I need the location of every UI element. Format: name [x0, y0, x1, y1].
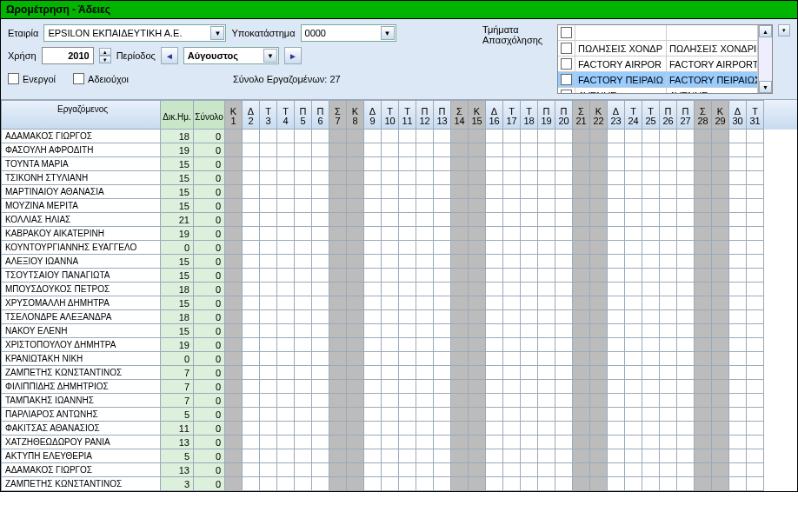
cell-day[interactable]: [434, 255, 451, 269]
cell-day[interactable]: [382, 352, 399, 366]
cell-employee[interactable]: ΑΚΤΥΠΗ ΕΛΕΥΘΕΡΙΑ: [1, 449, 161, 463]
cell-employee[interactable]: ΜΑΡΤΙΝΑΙΟΥ ΑΘΑΝΑΣΙΑ: [1, 185, 161, 199]
col-day-25[interactable]: Τ25: [642, 100, 660, 130]
cell-day[interactable]: [642, 324, 660, 338]
cell-day[interactable]: [312, 171, 329, 185]
cell-day[interactable]: [469, 255, 486, 269]
cell-day[interactable]: [660, 366, 677, 380]
cell-day[interactable]: [312, 283, 329, 296]
cell-day[interactable]: [695, 269, 712, 283]
cell-day[interactable]: [434, 296, 451, 310]
cell-day[interactable]: [503, 199, 521, 213]
cell-day[interactable]: [243, 157, 260, 171]
cell-day[interactable]: [538, 199, 555, 213]
cell-day[interactable]: [486, 130, 503, 143]
cell-day[interactable]: [747, 463, 764, 477]
cell-day[interactable]: [642, 394, 660, 408]
cell-day[interactable]: [486, 366, 503, 380]
cell-day[interactable]: [416, 199, 434, 213]
cell-day[interactable]: [677, 380, 695, 394]
cell-employee[interactable]: ΑΔΑΜΑΚΟΣ ΓΙΩΡΓΟΣ: [1, 130, 161, 143]
cell-day[interactable]: [486, 199, 503, 213]
cell-day[interactable]: [277, 269, 295, 283]
cell-day[interactable]: [277, 408, 295, 422]
cell-day[interactable]: [642, 199, 660, 213]
cell-day[interactable]: [469, 199, 486, 213]
cell-day[interactable]: [486, 157, 503, 171]
cell-day[interactable]: [329, 463, 347, 477]
cell-day[interactable]: [660, 143, 677, 157]
cell-day[interactable]: [729, 143, 747, 157]
cell-day[interactable]: [469, 171, 486, 185]
col-day-14[interactable]: Σ14: [451, 100, 469, 130]
cell-syn[interactable]: 0: [194, 436, 225, 449]
cell-day[interactable]: [416, 255, 434, 269]
cell-day[interactable]: [434, 213, 451, 227]
cell-day[interactable]: [364, 227, 382, 241]
spin-down-icon[interactable]: ▼: [99, 56, 111, 63]
cell-day[interactable]: [451, 463, 469, 477]
branch-select[interactable]: 0000 ▼: [301, 24, 396, 42]
cell-day[interactable]: [677, 199, 695, 213]
cell-day[interactable]: [243, 185, 260, 199]
cell-day[interactable]: [642, 338, 660, 352]
cell-day[interactable]: [538, 185, 555, 199]
cell-day[interactable]: [399, 380, 416, 394]
cell-day[interactable]: [695, 352, 712, 366]
cell-day[interactable]: [347, 241, 364, 255]
cell-day[interactable]: [277, 449, 295, 463]
cell-day[interactable]: [590, 296, 608, 310]
cell-day[interactable]: [364, 463, 382, 477]
cell-day[interactable]: [503, 338, 521, 352]
col-day-26[interactable]: Π26: [660, 100, 677, 130]
cell-day[interactable]: [329, 296, 347, 310]
cell-day[interactable]: [399, 449, 416, 463]
cell-day[interactable]: [243, 366, 260, 380]
cell-day[interactable]: [712, 449, 729, 463]
cell-day[interactable]: [312, 380, 329, 394]
cell-day[interactable]: [312, 296, 329, 310]
cell-day[interactable]: [347, 227, 364, 241]
cell-day[interactable]: [434, 366, 451, 380]
cell-day[interactable]: [382, 157, 399, 171]
cell-day[interactable]: [660, 324, 677, 338]
cell-day[interactable]: [573, 436, 590, 449]
cell-day[interactable]: [486, 310, 503, 324]
col-day-8[interactable]: Κ8: [347, 100, 364, 130]
cell-day[interactable]: [677, 449, 695, 463]
cell-day[interactable]: [625, 422, 642, 436]
cell-dik[interactable]: 0: [161, 352, 194, 366]
cell-day[interactable]: [295, 477, 312, 491]
cell-day[interactable]: [382, 338, 399, 352]
cell-day[interactable]: [712, 463, 729, 477]
cell-day[interactable]: [312, 366, 329, 380]
cell-day[interactable]: [712, 199, 729, 213]
cell-day[interactable]: [590, 436, 608, 449]
cell-day[interactable]: [538, 338, 555, 352]
cell-day[interactable]: [712, 255, 729, 269]
cell-day[interactable]: [469, 352, 486, 366]
cell-day[interactable]: [695, 296, 712, 310]
cell-day[interactable]: [312, 338, 329, 352]
cell-day[interactable]: [747, 352, 764, 366]
cell-day[interactable]: [729, 199, 747, 213]
cell-day[interactable]: [312, 255, 329, 269]
cell-day[interactable]: [451, 255, 469, 269]
cell-day[interactable]: [364, 366, 382, 380]
cell-day[interactable]: [329, 449, 347, 463]
cell-day[interactable]: [260, 463, 277, 477]
cell-day[interactable]: [555, 324, 573, 338]
cell-day[interactable]: [712, 324, 729, 338]
cell-day[interactable]: [277, 366, 295, 380]
cell-dik[interactable]: 13: [161, 463, 194, 477]
cell-day[interactable]: [625, 199, 642, 213]
cell-day[interactable]: [695, 143, 712, 157]
cell-day[interactable]: [364, 408, 382, 422]
cell-day[interactable]: [486, 255, 503, 269]
cell-day[interactable]: [590, 422, 608, 436]
col-day-29[interactable]: Κ29: [712, 100, 729, 130]
cell-day[interactable]: [660, 449, 677, 463]
cell-day[interactable]: [260, 310, 277, 324]
cell-employee[interactable]: ΜΟΥΖΙΝΑ ΜΕΡΙΤΑ: [1, 199, 161, 213]
cell-day[interactable]: [590, 366, 608, 380]
